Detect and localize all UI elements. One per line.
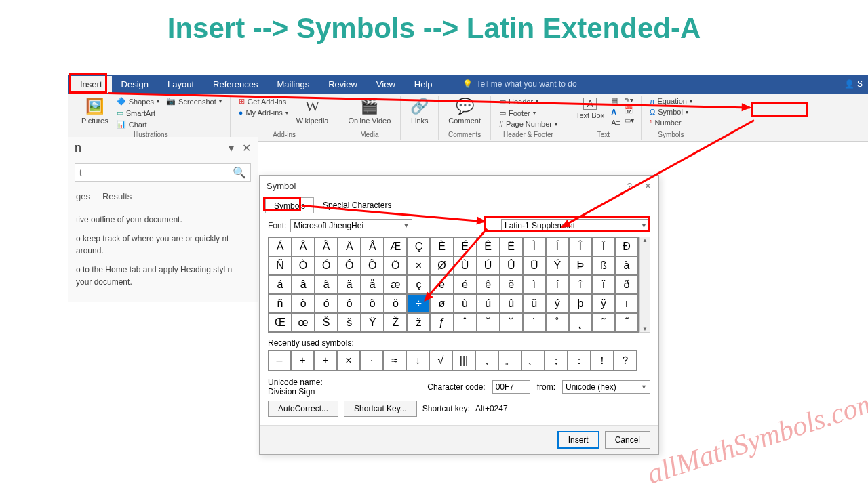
- nav-search[interactable]: 🔍: [75, 163, 251, 182]
- tab-references[interactable]: References: [203, 76, 267, 93]
- char-cell[interactable]: Ý: [546, 256, 569, 275]
- char-cell[interactable]: õ: [361, 294, 384, 313]
- number-button[interactable]: ¹Number: [648, 118, 694, 127]
- recent-cell[interactable]: ×: [337, 350, 360, 371]
- dialog-help-icon[interactable]: ?: [627, 181, 632, 191]
- char-cell[interactable]: é: [454, 275, 477, 294]
- char-cell[interactable]: Ÿ: [361, 313, 384, 332]
- char-cell[interactable]: ü: [523, 294, 546, 313]
- char-cell[interactable]: ç: [407, 275, 430, 294]
- from-combo[interactable]: Unicode (hex)▼: [562, 380, 650, 394]
- char-cell[interactable]: Ó: [315, 256, 338, 275]
- char-cell[interactable]: Œ: [269, 313, 292, 332]
- footer-button[interactable]: ▭Footer ▾: [498, 108, 559, 118]
- char-cell[interactable]: ı: [615, 294, 638, 313]
- chart-button[interactable]: 📊Chart: [115, 119, 161, 129]
- my-addins-button[interactable]: ●My Add-ins ▾: [237, 108, 290, 117]
- char-cell[interactable]: ì: [523, 275, 546, 294]
- recent-cell[interactable]: –: [268, 350, 291, 371]
- tab-review[interactable]: Review: [319, 76, 367, 93]
- wikipedia-button[interactable]: WWikipedia: [294, 96, 332, 126]
- char-cell[interactable]: Î: [569, 237, 592, 256]
- equation-button[interactable]: πEquation ▾: [648, 96, 694, 106]
- char-cell[interactable]: ù: [454, 294, 477, 313]
- char-cell[interactable]: Ö: [384, 256, 407, 275]
- tab-design[interactable]: Design: [112, 76, 158, 93]
- recent-cell[interactable]: +: [291, 350, 314, 371]
- char-cell[interactable]: Ç: [407, 237, 430, 256]
- char-cell[interactable]: ê: [477, 275, 500, 294]
- char-cell[interactable]: ž: [407, 313, 430, 332]
- pictures-button[interactable]: 🖼️Pictures: [79, 96, 111, 126]
- char-cell[interactable]: ý: [546, 294, 569, 313]
- char-cell[interactable]: ø: [430, 294, 453, 313]
- quickparts-icon[interactable]: ▤: [611, 96, 620, 105]
- char-cell[interactable]: Ê: [477, 237, 500, 256]
- tab-help[interactable]: Help: [405, 76, 442, 93]
- char-cell[interactable]: Ã: [315, 237, 338, 256]
- char-cell[interactable]: Ñ: [269, 256, 292, 275]
- char-cell[interactable]: Ù: [454, 256, 477, 275]
- header-button[interactable]: ▭Header ▾: [498, 96, 559, 106]
- recent-cell[interactable]: ：: [568, 350, 591, 371]
- char-cell[interactable]: É: [454, 237, 477, 256]
- char-cell[interactable]: â: [292, 275, 315, 294]
- char-cell[interactable]: ô: [338, 294, 361, 313]
- char-cell[interactable]: Æ: [384, 237, 407, 256]
- recent-cell[interactable]: ·: [360, 350, 383, 371]
- signature-icon[interactable]: ✎▾: [625, 96, 634, 104]
- char-cell[interactable]: ò: [292, 294, 315, 313]
- char-cell[interactable]: Ì: [523, 237, 546, 256]
- char-cell[interactable]: æ: [384, 275, 407, 294]
- shapes-button[interactable]: 🔷Shapes ▾: [115, 96, 161, 106]
- char-cell[interactable]: ñ: [269, 294, 292, 313]
- char-cell[interactable]: ˛: [569, 313, 592, 332]
- char-cell[interactable]: Ð: [615, 237, 638, 256]
- char-cell[interactable]: ˚: [546, 313, 569, 332]
- char-cell[interactable]: š: [338, 313, 361, 332]
- online-video-button[interactable]: 🎬Online Video: [345, 96, 393, 126]
- char-cell[interactable]: ƒ: [430, 313, 453, 332]
- page-number-button[interactable]: #Page Number ▾: [498, 119, 559, 129]
- char-cell[interactable]: Ø: [430, 256, 453, 275]
- symbol-button[interactable]: ΩSymbol ▾: [648, 107, 694, 117]
- grid-scrollbar[interactable]: ▲▼: [639, 237, 650, 333]
- char-cell[interactable]: ã: [315, 275, 338, 294]
- tab-mailings[interactable]: Mailings: [268, 76, 319, 93]
- recent-cell[interactable]: +: [314, 350, 337, 371]
- recent-cell[interactable]: 。: [498, 350, 521, 371]
- shortcut-key-button[interactable]: Shortcut Key...: [344, 401, 417, 417]
- tab-view[interactable]: View: [367, 76, 405, 93]
- screenshot-button[interactable]: 📷Screenshot ▾: [165, 96, 223, 106]
- char-cell[interactable]: Ò: [292, 256, 315, 275]
- object-icon[interactable]: ▭▾: [625, 117, 634, 124]
- char-cell[interactable]: ï: [592, 275, 615, 294]
- char-cell[interactable]: Þ: [569, 256, 592, 275]
- char-cell[interactable]: î: [569, 275, 592, 294]
- dialog-tab-special[interactable]: Special Characters: [314, 197, 400, 213]
- recent-cell[interactable]: ？: [614, 350, 637, 371]
- tab-insert[interactable]: Insert: [71, 76, 112, 93]
- subset-combo[interactable]: Latin-1 Supplement▼: [501, 219, 650, 232]
- recent-cell[interactable]: ≈: [383, 350, 406, 371]
- char-cell[interactable]: û: [500, 294, 523, 313]
- dialog-close-icon[interactable]: ✕: [644, 181, 652, 191]
- char-cell[interactable]: ú: [477, 294, 500, 313]
- char-cell[interactable]: Ž: [384, 313, 407, 332]
- recent-cell[interactable]: ,: [475, 350, 498, 371]
- get-addins-button[interactable]: ⊞Get Add-ins: [237, 96, 290, 106]
- recent-cell[interactable]: ↓: [406, 350, 429, 371]
- char-cell[interactable]: Ú: [477, 256, 500, 275]
- char-cell[interactable]: ˝: [615, 313, 638, 332]
- datetime-icon[interactable]: 📅: [625, 106, 634, 114]
- tell-me-search[interactable]: 💡Tell me what you want to do: [462, 79, 577, 89]
- char-cell[interactable]: í: [546, 275, 569, 294]
- recent-cell[interactable]: |||: [452, 350, 475, 371]
- char-cell[interactable]: ó: [315, 294, 338, 313]
- nav-tab-pages[interactable]: ges: [76, 191, 90, 201]
- char-cell[interactable]: Û: [500, 256, 523, 275]
- charcode-input[interactable]: [492, 380, 530, 394]
- dropcap-icon[interactable]: A≡: [611, 119, 620, 127]
- char-cell[interactable]: ˘: [500, 313, 523, 332]
- char-cell[interactable]: œ: [292, 313, 315, 332]
